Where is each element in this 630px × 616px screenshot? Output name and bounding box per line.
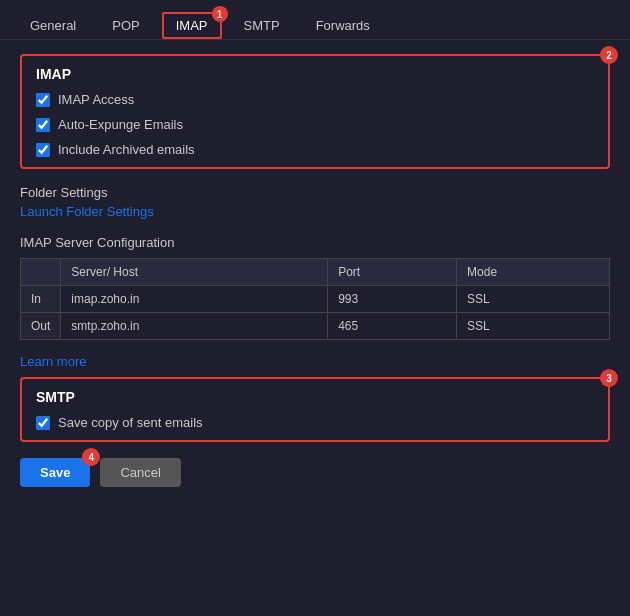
imap-section-title: IMAP xyxy=(36,66,594,82)
table-header-port: Port xyxy=(328,259,457,286)
save-sent-label: Save copy of sent emails xyxy=(58,415,203,430)
smtp-section-title: SMTP xyxy=(36,389,594,405)
row-out-host: smtp.zoho.in xyxy=(61,313,328,340)
tab-forwards[interactable]: Forwards xyxy=(302,12,384,39)
auto-expunge-checkbox[interactable] xyxy=(36,118,50,132)
row-out-dir: Out xyxy=(21,313,61,340)
imap-section-badge: 2 xyxy=(600,46,618,64)
row-in-host: imap.zoho.in xyxy=(61,286,328,313)
table-header-mode: Mode xyxy=(457,259,610,286)
cancel-button[interactable]: Cancel xyxy=(100,458,180,487)
folder-settings-label: Folder Settings xyxy=(20,185,610,200)
imap-access-item: IMAP Access xyxy=(36,92,594,107)
action-buttons: Save 4 Cancel xyxy=(20,458,610,487)
tab-general[interactable]: General xyxy=(16,12,90,39)
tab-pop[interactable]: POP xyxy=(98,12,153,39)
table-header-host: Server/ Host xyxy=(61,259,328,286)
save-sent-item: Save copy of sent emails xyxy=(36,415,594,430)
main-container: General POP IMAP 1 SMTP Forwards 2 IMAP … xyxy=(0,0,630,616)
learn-more-row: Learn more xyxy=(20,354,610,369)
include-archived-label: Include Archived emails xyxy=(58,142,195,157)
tab-imap-badge: 1 xyxy=(212,6,228,22)
save-button[interactable]: Save 4 xyxy=(20,458,90,487)
save-sent-checkbox[interactable] xyxy=(36,416,50,430)
row-in-port: 993 xyxy=(328,286,457,313)
auto-expunge-item: Auto-Expunge Emails xyxy=(36,117,594,132)
learn-more-link[interactable]: Learn more xyxy=(20,354,86,369)
row-out-mode: SSL xyxy=(457,313,610,340)
smtp-section-badge: 3 xyxy=(600,369,618,387)
imap-access-label: IMAP Access xyxy=(58,92,134,107)
auto-expunge-label: Auto-Expunge Emails xyxy=(58,117,183,132)
include-archived-item: Include Archived emails xyxy=(36,142,594,157)
server-config-table: Server/ Host Port Mode In imap.zoho.in 9… xyxy=(20,258,610,340)
table-row: In imap.zoho.in 993 SSL xyxy=(21,286,610,313)
tab-bar: General POP IMAP 1 SMTP Forwards xyxy=(0,0,630,40)
table-row: Out smtp.zoho.in 465 SSL xyxy=(21,313,610,340)
table-header-dir xyxy=(21,259,61,286)
launch-folder-settings-link[interactable]: Launch Folder Settings xyxy=(20,204,154,219)
server-config-title: IMAP Server Configuration xyxy=(20,235,610,250)
include-archived-checkbox[interactable] xyxy=(36,143,50,157)
row-in-mode: SSL xyxy=(457,286,610,313)
imap-section: 2 IMAP IMAP Access Auto-Expunge Emails I… xyxy=(20,54,610,169)
folder-settings-section: Folder Settings Launch Folder Settings xyxy=(20,185,610,219)
tab-smtp[interactable]: SMTP xyxy=(230,12,294,39)
tab-imap[interactable]: IMAP 1 xyxy=(162,12,222,39)
content-area: 2 IMAP IMAP Access Auto-Expunge Emails I… xyxy=(0,40,630,501)
save-button-badge: 4 xyxy=(82,448,100,466)
row-out-port: 465 xyxy=(328,313,457,340)
smtp-section: 3 SMTP Save copy of sent emails xyxy=(20,377,610,442)
row-in-dir: In xyxy=(21,286,61,313)
server-config-section: IMAP Server Configuration Server/ Host P… xyxy=(20,235,610,340)
imap-access-checkbox[interactable] xyxy=(36,93,50,107)
